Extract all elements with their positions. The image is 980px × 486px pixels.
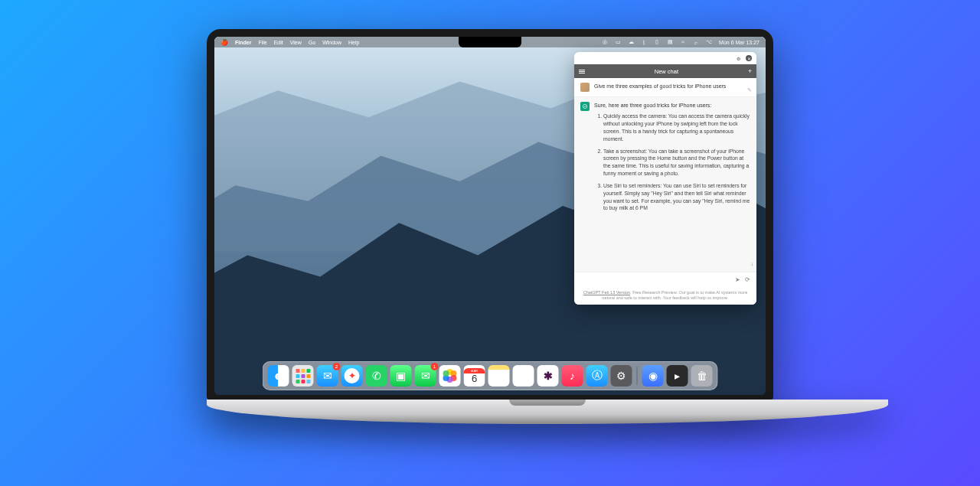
wifi-icon[interactable]: ⌔	[680, 39, 686, 45]
dock-whatsapp[interactable]: ✆	[366, 365, 387, 387]
notch	[459, 37, 521, 47]
dock-music[interactable]: ♪	[562, 365, 583, 387]
menu-go[interactable]: Go	[309, 40, 315, 45]
app-menu[interactable]: Finder	[235, 40, 251, 45]
chat-footer: ChatGPT Feb 13 Version. Free Research Pr…	[574, 288, 756, 305]
svg-point-0	[583, 104, 586, 108]
dock-mail[interactable]: ✉2	[317, 365, 338, 387]
send-icon[interactable]: ➤	[735, 276, 740, 283]
dock-slack[interactable]: ✱	[537, 365, 559, 387]
status-icon[interactable]: ☁	[628, 39, 634, 45]
dock-settings[interactable]: ⚙	[611, 365, 632, 387]
trackpad-notch	[509, 400, 586, 406]
chat-header: New chat +	[574, 64, 756, 78]
gear-icon[interactable]: ⚙	[735, 55, 741, 61]
list-item: Take a screenshot: You can take a screen…	[603, 148, 750, 178]
dock-launchpad[interactable]	[292, 365, 314, 387]
dock-freeform[interactable]: ✎	[513, 365, 534, 387]
dock-separator	[637, 367, 638, 385]
menu-edit[interactable]: Edit	[274, 40, 283, 45]
menu-file[interactable]: File	[258, 40, 266, 45]
ai-message: Sure, here are three good tricks for iPh…	[574, 97, 756, 272]
laptop-base	[207, 400, 888, 424]
version-link[interactable]: ChatGPT Feb 13 Version	[583, 290, 630, 295]
regenerate-icon[interactable]: ⟳	[745, 276, 750, 283]
status-icon[interactable]: ▭	[615, 39, 621, 45]
mail-badge: 2	[333, 363, 341, 370]
dock-trash[interactable]: 🗑	[691, 365, 713, 387]
desktop-screen: 🍎 Finder File Edit View Go Window Help ◎…	[214, 37, 766, 395]
chat-window: ⚙ ✕ New chat + Give me three examples of…	[574, 52, 756, 305]
chat-body: Give me three examples of good tricks fo…	[574, 78, 756, 272]
dock-app[interactable]: ▸	[667, 365, 688, 387]
dock-appstore[interactable]: Ⓐ	[586, 365, 608, 387]
ai-list: Quickly access the camera: You can acces…	[594, 113, 750, 212]
apple-menu-icon[interactable]: 🍎	[220, 39, 228, 46]
close-icon[interactable]: ✕	[746, 55, 752, 61]
dock-notes[interactable]	[488, 365, 510, 387]
dock-photos[interactable]	[439, 365, 461, 387]
dock-messages[interactable]: ✉1	[415, 365, 436, 387]
status-icon[interactable]: ▯	[654, 39, 660, 45]
control-center-icon[interactable]: ⌥	[706, 39, 712, 45]
ai-avatar	[580, 102, 590, 111]
ai-message-text: Sure, here are three good tricks for iPh…	[594, 102, 750, 267]
screen-bezel: 🍎 Finder File Edit View Go Window Help ◎…	[207, 29, 773, 401]
list-item: Quickly access the camera: You can acces…	[603, 113, 750, 142]
chat-input-area: ➤ ⟳	[574, 272, 756, 288]
status-icon[interactable]: ◎	[602, 39, 608, 45]
dock: ☻ ✉2 ✦ ✆ ▣ ✉1 MAR6 ✎ ✱ ♪ Ⓐ ⚙ ◉ ▸	[263, 361, 718, 390]
user-message: Give me three examples of good tricks fo…	[574, 78, 756, 97]
menubar-datetime[interactable]: Mon 6 Mar 13:27	[719, 40, 760, 45]
messages-badge: 1	[431, 363, 439, 370]
scroll-down-icon[interactable]: ↓	[751, 261, 754, 266]
bluetooth-icon[interactable]: ᛒ	[641, 39, 647, 45]
user-message-text: Give me three examples of good tricks fo…	[594, 83, 726, 92]
new-chat-icon[interactable]: +	[748, 67, 752, 75]
dock-app[interactable]: ◉	[642, 365, 664, 387]
laptop-frame: 🍎 Finder File Edit View Go Window Help ◎…	[207, 29, 773, 424]
user-avatar	[580, 83, 590, 92]
dock-calendar[interactable]: MAR6	[464, 365, 485, 387]
search-icon[interactable]: ⌕	[693, 39, 699, 45]
menu-view[interactable]: View	[290, 40, 302, 45]
chat-input[interactable]	[580, 276, 730, 285]
menu-help[interactable]: Help	[348, 40, 359, 45]
edit-icon[interactable]: ✎	[747, 87, 752, 93]
dock-safari[interactable]: ✦	[341, 365, 363, 387]
menu-window[interactable]: Window	[322, 40, 341, 45]
status-icon[interactable]: ▤	[667, 39, 673, 45]
ai-intro: Sure, here are three good tricks for iPh…	[594, 102, 750, 109]
hamburger-icon[interactable]	[579, 70, 585, 73]
dock-facetime[interactable]: ▣	[390, 365, 412, 387]
dock-finder[interactable]: ☻	[268, 365, 289, 387]
window-titlebar[interactable]: ⚙ ✕	[574, 52, 756, 64]
chat-title: New chat	[585, 68, 748, 75]
list-item: Use Siri to set reminders: You can use S…	[603, 182, 750, 212]
